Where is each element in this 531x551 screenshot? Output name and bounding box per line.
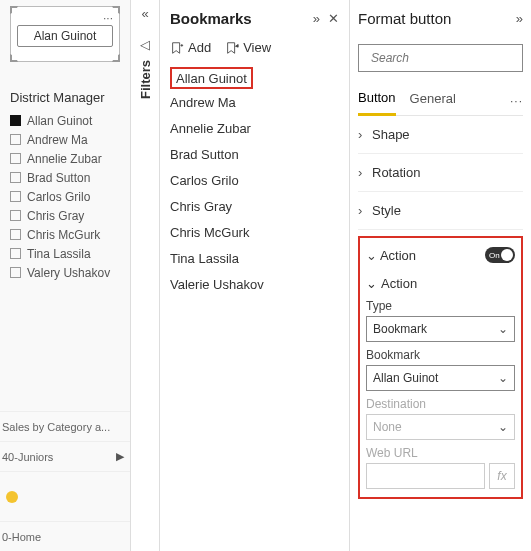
status-dot-icon xyxy=(6,491,18,503)
checkbox-icon[interactable] xyxy=(10,134,21,145)
action-header[interactable]: ⌄ Action xyxy=(366,248,416,263)
filters-pane-collapsed[interactable]: « ◁ Filters xyxy=(130,0,160,551)
chevron-down-icon: ⌄ xyxy=(366,248,377,263)
checkbox-icon[interactable] xyxy=(10,248,21,259)
expand-right-icon[interactable]: » xyxy=(516,11,523,26)
section-style[interactable]: ›Style xyxy=(358,192,523,230)
expand-left-icon[interactable]: « xyxy=(141,6,148,21)
search-input-wrap[interactable] xyxy=(358,44,523,72)
checkbox-icon[interactable] xyxy=(10,115,21,126)
chevron-down-icon: ⌄ xyxy=(498,420,508,434)
bookmark-item[interactable]: Brad Sutton xyxy=(170,141,339,167)
slicer-item[interactable]: Tina Lassila xyxy=(10,244,126,263)
destination-select: None⌄ xyxy=(366,414,515,440)
section-rotation[interactable]: ›Rotation xyxy=(358,154,523,192)
chevron-right-icon: › xyxy=(358,203,372,218)
close-icon[interactable]: ✕ xyxy=(328,11,339,26)
slicer-item-label: Chris Gray xyxy=(27,209,84,223)
footer-sales: Sales by Category a... xyxy=(0,411,130,441)
slicer-item[interactable]: Chris McGurk xyxy=(10,225,126,244)
slicer-item-label: Carlos Grilo xyxy=(27,190,90,204)
weburl-label: Web URL xyxy=(366,446,515,460)
slicer-item[interactable]: Brad Sutton xyxy=(10,168,126,187)
checkbox-icon[interactable] xyxy=(10,229,21,240)
slicer-item[interactable]: Annelie Zubar xyxy=(10,149,126,168)
bookmark-select[interactable]: Allan Guinot⌄ xyxy=(366,365,515,391)
bookmark-item[interactable]: Tina Lassila xyxy=(170,245,339,271)
bookmark-item[interactable]: Chris McGurk xyxy=(170,219,339,245)
bookmark-item[interactable]: Valerie Ushakov xyxy=(170,271,339,297)
footer-home: 0-Home xyxy=(0,521,130,551)
slicer-item-label: Andrew Ma xyxy=(27,133,88,147)
bookmark-item[interactable]: Allan Guinot xyxy=(170,67,253,89)
checkbox-icon[interactable] xyxy=(10,172,21,183)
slicer-item[interactable]: Chris Gray xyxy=(10,206,126,225)
add-bookmark-button[interactable]: Add xyxy=(170,40,211,55)
action-subheader[interactable]: ⌄Action xyxy=(366,276,515,291)
slicer-item-label: Chris McGurk xyxy=(27,228,100,242)
slicer-item-label: Tina Lassila xyxy=(27,247,91,261)
checkbox-icon[interactable] xyxy=(10,210,21,221)
fx-button[interactable]: fx xyxy=(489,463,515,489)
bookmark-label: Bookmark xyxy=(366,348,515,362)
bookmark-item[interactable]: Carlos Grilo xyxy=(170,167,339,193)
report-canvas-area: ··· Alan Guinot District Manager Allan G… xyxy=(0,0,130,551)
chevron-down-icon: ⌄ xyxy=(498,371,508,385)
slicer-item[interactable]: Carlos Grilo xyxy=(10,187,126,206)
section-shape[interactable]: ›Shape xyxy=(358,116,523,154)
bookmark-list: Allan GuinotAndrew MaAnnelie ZubarBrad S… xyxy=(170,67,339,297)
slicer-item[interactable]: Andrew Ma xyxy=(10,130,126,149)
tab-general[interactable]: General xyxy=(410,87,456,114)
chevron-right-icon: › xyxy=(358,165,372,180)
bookmarks-panel: Bookmarks » ✕ Add View Allan GuinotAndre… xyxy=(160,0,350,551)
search-input[interactable] xyxy=(371,51,522,65)
slicer-list: Allan GuinotAndrew MaAnnelie ZubarBrad S… xyxy=(10,111,126,282)
bookmark-item[interactable]: Andrew Ma xyxy=(170,89,339,115)
destination-label: Destination xyxy=(366,397,515,411)
tab-more-icon[interactable]: ··· xyxy=(510,94,523,108)
format-panel: Format button » Button General ··· ›Shap… xyxy=(350,0,531,551)
bookmark-item[interactable]: Chris Gray xyxy=(170,193,339,219)
checkbox-icon[interactable] xyxy=(10,191,21,202)
slicer-item-label: Brad Sutton xyxy=(27,171,90,185)
expand-right-icon[interactable]: » xyxy=(313,11,320,26)
filter-icon: ◁ xyxy=(140,37,150,52)
footer-juniors[interactable]: 40-Juniors▶ xyxy=(0,441,130,471)
chevron-right-icon: › xyxy=(358,127,372,142)
slicer-title: District Manager xyxy=(10,90,126,105)
tab-button[interactable]: Button xyxy=(358,86,396,116)
weburl-input xyxy=(366,463,485,489)
slicer-item-label: Valery Ushakov xyxy=(27,266,110,280)
slicer-item-label: Annelie Zubar xyxy=(27,152,102,166)
action-section: ⌄ Action On ⌄Action Type Bookmark⌄ Bookm… xyxy=(358,236,523,499)
view-bookmark-button[interactable]: View xyxy=(225,40,271,55)
action-toggle[interactable]: On xyxy=(485,247,515,263)
checkbox-icon[interactable] xyxy=(10,267,21,278)
checkbox-icon[interactable] xyxy=(10,153,21,164)
button-label[interactable]: Alan Guinot xyxy=(17,25,113,47)
chevron-down-icon: ⌄ xyxy=(366,276,377,291)
format-title: Format button xyxy=(358,10,451,27)
bookmarks-title: Bookmarks xyxy=(170,10,252,27)
filters-label: Filters xyxy=(138,60,153,99)
slicer-item[interactable]: Allan Guinot xyxy=(10,111,126,130)
visual-more-icon[interactable]: ··· xyxy=(103,11,113,25)
button-visual[interactable]: ··· Alan Guinot xyxy=(10,6,120,62)
chevron-down-icon: ⌄ xyxy=(498,322,508,336)
type-select[interactable]: Bookmark⌄ xyxy=(366,316,515,342)
slicer-item[interactable]: Valery Ushakov xyxy=(10,263,126,282)
chevron-right-icon: ▶ xyxy=(116,450,130,463)
bookmark-item[interactable]: Annelie Zubar xyxy=(170,115,339,141)
type-label: Type xyxy=(366,299,515,313)
slicer-item-label: Allan Guinot xyxy=(27,114,92,128)
